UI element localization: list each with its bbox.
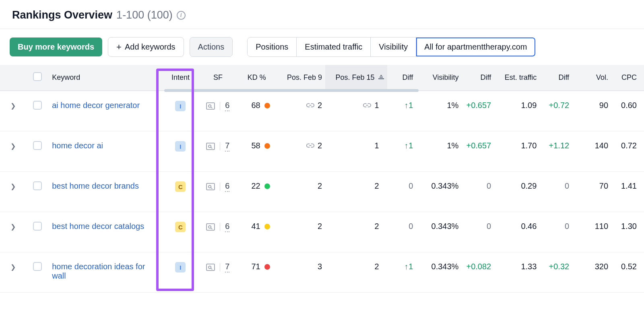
svg-point-16 xyxy=(208,266,211,268)
svg-rect-1 xyxy=(380,77,383,78)
col-keyword[interactable]: Keyword xyxy=(49,65,159,91)
col-vis[interactable]: Visibility xyxy=(416,65,462,91)
sf-cell[interactable]: 6 xyxy=(206,222,229,232)
svg-line-5 xyxy=(211,107,213,108)
pos-diff: 0 xyxy=(409,222,413,231)
row-checkbox[interactable] xyxy=(33,141,42,150)
visibility-diff: +0.082 xyxy=(466,262,491,271)
row-checkbox[interactable] xyxy=(33,262,42,271)
volume-value: 70 xyxy=(599,181,608,190)
est-traffic-value: 0.29 xyxy=(521,181,537,190)
pos-prev-cell: 2 xyxy=(318,222,322,231)
svg-line-8 xyxy=(211,148,213,149)
svg-rect-3 xyxy=(206,103,215,109)
keyword-link[interactable]: best home decor brands xyxy=(52,181,139,190)
col-select-all[interactable] xyxy=(26,65,49,91)
kd-cell: 58 xyxy=(252,141,270,150)
svg-rect-9 xyxy=(206,183,215,190)
volume-value: 140 xyxy=(595,141,608,150)
tab-visibility[interactable]: Visibility xyxy=(371,37,416,57)
expand-row-icon[interactable]: ❯ xyxy=(10,183,16,190)
select-all-checkbox[interactable] xyxy=(33,72,42,81)
keyword-link[interactable]: best home decor catalogs xyxy=(52,222,144,231)
visibility-value: 1% xyxy=(447,141,459,150)
col-diff2[interactable]: Diff xyxy=(462,65,494,91)
sf-cell[interactable]: 6 xyxy=(206,181,229,192)
svg-rect-0 xyxy=(378,78,384,79)
col-cpc[interactable]: CPC xyxy=(611,65,644,91)
pos-current-cell: 1 xyxy=(363,101,379,110)
col-pos2[interactable]: Pos. Feb 15 xyxy=(325,65,387,91)
expand-row-icon[interactable]: ❯ xyxy=(10,223,16,231)
sf-cell[interactable]: 6 xyxy=(206,101,229,111)
volume-value: 110 xyxy=(595,222,608,231)
expand-row-icon[interactable]: ❯ xyxy=(10,263,16,271)
link-icon xyxy=(306,101,314,110)
buy-keywords-button[interactable]: Buy more keywords xyxy=(10,37,102,56)
col-sf[interactable]: SF xyxy=(202,65,234,91)
row-checkbox[interactable] xyxy=(33,222,42,231)
tab-estimated-traffic[interactable]: Estimated traffic xyxy=(297,37,371,57)
link-icon xyxy=(306,141,314,150)
svg-line-14 xyxy=(211,228,213,229)
est-traffic-diff: 0 xyxy=(565,181,569,190)
cpc-value: 0.52 xyxy=(621,262,637,271)
pos-current-cell: 2 xyxy=(374,181,379,191)
sf-cell[interactable]: 7 xyxy=(206,262,229,273)
col-pos1[interactable]: Pos. Feb 9 xyxy=(273,65,325,91)
pos-diff: 0 xyxy=(409,181,413,190)
expand-row-icon[interactable]: ❯ xyxy=(10,142,16,150)
serp-features-icon xyxy=(206,183,215,190)
keyword-link[interactable]: home decor ai xyxy=(52,141,103,150)
page-header: Rankings Overview 1-100 (100) i xyxy=(0,0,644,29)
tab-all-for-domain[interactable]: All for apartmenttherapy.com xyxy=(416,37,535,57)
row-checkbox[interactable] xyxy=(33,181,42,190)
col-kd[interactable]: KD % xyxy=(234,65,273,91)
link-icon xyxy=(363,101,371,110)
page-range: 1-100 (100) xyxy=(116,9,173,21)
pos-current-cell: 2 xyxy=(374,222,379,231)
volume-value: 320 xyxy=(595,262,608,271)
plus-icon: + xyxy=(116,43,122,52)
intent-badge[interactable]: C xyxy=(175,222,186,232)
pos-diff: 1 xyxy=(404,141,413,150)
svg-rect-6 xyxy=(206,143,215,150)
table-header-row: Keyword Intent SF KD % Pos. Feb 9 Pos. F… xyxy=(0,65,644,91)
add-keywords-button[interactable]: + Add keywords xyxy=(108,37,184,57)
kd-cell: 41 xyxy=(252,222,270,231)
table-row: ❯home decoration ideas for wallI771 3 21… xyxy=(0,252,644,293)
pos-diff: 1 xyxy=(404,101,413,110)
table-row: ❯ai home decor generatorI668 2 111%+0.65… xyxy=(0,91,644,131)
keyword-link[interactable]: home decoration ideas for wall xyxy=(52,262,145,280)
serp-features-icon xyxy=(206,143,215,150)
col-intent[interactable]: Intent xyxy=(159,65,202,91)
est-traffic-value: 1.33 xyxy=(521,262,537,271)
col-diff1[interactable]: Diff xyxy=(387,65,417,91)
page-title: Rankings Overview xyxy=(12,9,112,21)
est-traffic-diff: +0.72 xyxy=(549,101,570,110)
cpc-value: 1.41 xyxy=(621,181,637,190)
intent-badge[interactable]: I xyxy=(175,262,186,273)
info-icon[interactable]: i xyxy=(177,11,186,20)
serp-features-icon xyxy=(206,102,215,110)
actions-button[interactable]: Actions xyxy=(190,37,233,57)
row-checkbox[interactable] xyxy=(33,101,42,110)
table-row: ❯home decor aiI758 2 111%+0.6571.70+1.12… xyxy=(0,131,644,172)
pos-current-cell: 2 xyxy=(374,262,379,271)
intent-badge[interactable]: I xyxy=(175,141,186,152)
visibility-diff: +0.657 xyxy=(466,101,491,110)
volume-value: 90 xyxy=(599,101,608,110)
cpc-value: 0.72 xyxy=(621,141,637,150)
tab-positions[interactable]: Positions xyxy=(247,37,297,57)
expand-row-icon[interactable]: ❯ xyxy=(10,102,16,110)
table-row: ❯best home decor brandsC622 2 200.343%00… xyxy=(0,172,644,212)
col-vol[interactable]: Vol. xyxy=(572,65,611,91)
intent-badge[interactable]: C xyxy=(175,181,186,192)
keyword-link[interactable]: ai home decor generator xyxy=(52,101,140,110)
horizontal-scroll-indicator[interactable] xyxy=(164,89,419,92)
intent-badge[interactable]: I xyxy=(175,101,186,111)
kd-dot-icon xyxy=(264,224,270,229)
sf-cell[interactable]: 7 xyxy=(206,141,229,152)
col-diff3[interactable]: Diff xyxy=(540,65,572,91)
col-est[interactable]: Est. traffic xyxy=(494,65,540,91)
